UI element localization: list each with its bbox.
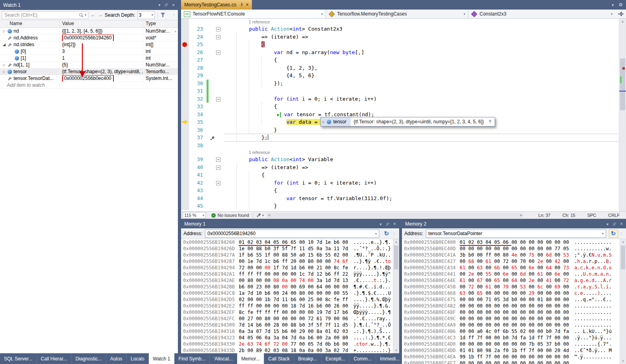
tab-pin-icon[interactable] xyxy=(239,3,243,7)
code-line[interactable]: 23 public Action<int> Constant2x3 xyxy=(181,25,626,33)
watch-titlebar[interactable]: Watch 1 ▾ × xyxy=(0,0,178,10)
scrollbar-left-icon[interactable]: ◀ xyxy=(268,214,270,217)
tool-window-tab[interactable]: 'Allocat... xyxy=(210,353,237,364)
memory-row[interactable]: 0x000002556B1942A1ff ff ff 00 00 00 00 1… xyxy=(181,271,399,277)
breakpoint-gutter[interactable] xyxy=(181,64,189,72)
memory-row[interactable]: 0x000002556B1942FC00 27 00 80 00 00 00 0… xyxy=(181,315,399,322)
breakpoint-gutter[interactable] xyxy=(181,25,189,33)
memory-row[interactable]: 0x000002556B1942E2ff ff 00 00 00 00 18 7… xyxy=(181,303,399,309)
memory-row[interactable]: 0x000002556B0EC4B600 00 a0 4c 0f 6b 55 0… xyxy=(402,328,626,335)
watch-row[interactable]: ◢nd.strides{int[2]}int[] xyxy=(0,41,178,48)
document-tab[interactable]: MemoryTestingCases.cs × xyxy=(181,0,252,10)
watch-cell-value[interactable]: 1 xyxy=(60,55,143,61)
memory1-hex-view[interactable]: 0x000002556B19426001 02 03 04 05 06 65 0… xyxy=(181,239,399,353)
tool-window-tab[interactable]: SQL Server... xyxy=(0,353,37,364)
chevron-down-icon[interactable]: ▾ xyxy=(602,232,604,236)
code-line[interactable]: 37 }; xyxy=(181,134,626,142)
memory-row[interactable]: 0x000002556B1942AE00 80 00 00 08 0a 00 7… xyxy=(181,277,399,284)
watch-cell-value[interactable]: 0x000002556b0ec400 xyxy=(60,75,143,82)
collapse-toggle-icon[interactable] xyxy=(216,35,220,39)
scrollbar-down-icon[interactable]: ▼ xyxy=(620,360,626,363)
chevron-down-icon[interactable]: ▾ xyxy=(262,214,264,217)
memory2-hex-view[interactable]: 0x000002556B0EC40001 02 03 04 05 06 00 0… xyxy=(402,239,626,364)
toolbar-overflow-icon[interactable]: ‥ xyxy=(172,14,177,16)
code-line[interactable]: 40 => (iterate) => xyxy=(181,164,626,171)
editor-vertical-scrollbar[interactable]: ▲ xyxy=(619,19,626,211)
code-line[interactable]: 44 var tensor = tf.Variable(3112.0f); xyxy=(181,195,626,202)
breakpoint-gutter[interactable] xyxy=(181,49,189,56)
datatip-variable[interactable]: ▷ tensor xyxy=(321,117,351,126)
watch-row[interactable]: ▷nd{[[1, 2, 3], [4, 5, 6]]}NumShar... xyxy=(0,28,178,35)
breakpoint-gutter[interactable] xyxy=(181,179,189,187)
memory-row[interactable]: 0x000002556B0EC40D00 00 00 00 00 00 00 0… xyxy=(402,245,626,252)
breakpoint-gutter[interactable] xyxy=(181,171,189,179)
code-line[interactable]: 30 }); xyxy=(181,80,626,88)
pin-icon[interactable] xyxy=(385,222,390,226)
code-line[interactable]: 31 xyxy=(181,87,626,95)
memory-row[interactable]: 0x000002556B0EC45B00 72 00 61 00 79 00 5… xyxy=(402,284,626,290)
code-editor[interactable]: 1 reference23 public Action<int> Constan… xyxy=(181,19,626,211)
memory-row[interactable]: 0x000002556B0EC43461 00 63 00 6b 00 65 0… xyxy=(402,265,626,271)
gear-icon[interactable]: ⚙ xyxy=(618,2,623,8)
memory-row[interactable]: 0x000002556B0EC4DD01 01 80 98 2a f0 1b f… xyxy=(402,347,626,354)
memory1-scrollbar[interactable]: ▲ ▼ xyxy=(393,239,399,353)
expander-icon[interactable]: ▷ xyxy=(2,29,7,33)
memory-row[interactable]: 0x000002556B0EC4F700 00 00 00 00 00 00 0… xyxy=(402,360,626,364)
datatip[interactable]: ▷ tensor {tf.Tensor: shape=(2, 3), dtype… xyxy=(320,117,495,127)
tool-window-tab[interactable]: Memor... xyxy=(237,353,264,364)
code-text[interactable]: var tensor = tf.Variable(3112.0f); xyxy=(224,195,626,202)
watch-row[interactable]: ▷nd[1, 1]{5}NumShar... xyxy=(0,62,178,68)
pin-icon[interactable] xyxy=(164,3,168,7)
code-text[interactable]: for (int i = 0; i < iterate; i++) xyxy=(224,179,626,187)
memory-row[interactable]: 0x000002556B0EC44100 2e 00 55 00 6e 00 6… xyxy=(402,271,626,277)
code-text[interactable]: { xyxy=(224,41,626,49)
code-text[interactable]: { xyxy=(224,103,626,111)
scrollbar-down-icon[interactable]: ▼ xyxy=(393,349,399,352)
code-text[interactable]: => (iterate) => xyxy=(224,164,626,171)
breakpoint-gutter[interactable] xyxy=(181,156,189,164)
code-text[interactable]: => (iterate) => xyxy=(224,33,626,41)
scrollbar-up-icon[interactable]: ▲ xyxy=(393,240,399,243)
memory2-address-input[interactable]: tensor.TensorDataPointer ▾ xyxy=(426,230,606,238)
tool-window-tab[interactable]: Call Stack xyxy=(264,353,294,364)
search-options-chevron-icon[interactable]: ▾ xyxy=(85,13,86,17)
breakpoint-gutter[interactable] xyxy=(181,142,189,150)
memory-row[interactable]: 0x000002556B19427A1f b6 55 1f 00 88 50 a… xyxy=(181,252,399,258)
tab-close-icon[interactable]: × xyxy=(246,2,249,8)
breakpoint-gutter[interactable] xyxy=(181,95,189,103)
pin-icon[interactable] xyxy=(612,222,616,226)
breakpoint-gutter[interactable] xyxy=(181,33,189,41)
memory-row[interactable]: 0x000002556B1943160a 3a 07 7d 15 b6 00 2… xyxy=(181,328,399,335)
breakpoint-gutter[interactable] xyxy=(181,118,189,126)
breakpoint-gutter[interactable] xyxy=(181,187,189,195)
breakpoint-gutter[interactable] xyxy=(181,126,189,134)
code-line[interactable]: 39 public Action<int> Variable xyxy=(181,156,626,164)
code-line[interactable]: 43 { xyxy=(181,187,626,195)
expander-icon[interactable]: ▷ xyxy=(322,120,325,124)
tool-window-tab[interactable]: Excepti... xyxy=(322,353,349,364)
code-text[interactable]: { xyxy=(224,171,626,179)
watch-row[interactable]: [0]3int xyxy=(0,48,178,55)
memory-row[interactable]: 0x000002556B0EC48F00 00 00 00 00 00 00 0… xyxy=(402,309,626,315)
memory-row[interactable]: 0x000002556B0EC40001 02 03 04 05 06 00 0… xyxy=(402,239,626,245)
memory-row[interactable]: 0x000002556B1942EF8c fe ff ff ff 00 00 0… xyxy=(181,309,399,315)
codelens-text[interactable]: 1 reference xyxy=(224,149,626,156)
memory-row[interactable]: 0x000002556B19428700 1e 7d 1c b6 ff 20 0… xyxy=(181,258,399,265)
scrollbar-thumb[interactable] xyxy=(394,245,398,269)
memory-row[interactable]: 0x000002556B1942D502 00 00 1b 7d 11 b6 0… xyxy=(181,296,399,303)
search-box[interactable]: ▾ xyxy=(2,11,88,19)
memory-row[interactable]: 0x000002556B0EC49C00 00 00 00 00 00 00 0… xyxy=(402,315,626,322)
watch-cell-value[interactable]: {int[2]} xyxy=(60,41,143,48)
code-text[interactable]: } xyxy=(224,126,626,134)
memory-row[interactable]: 0x000002556B19432304 05 06 0a 3a 04 7d 0… xyxy=(181,335,399,341)
search-input[interactable] xyxy=(4,12,78,18)
watch-row[interactable]: ▷tensor{tf.Tensor: shape=(2, 3), dtype=u… xyxy=(0,68,178,75)
memory-row[interactable]: 0x000002556B1943302e 63 74 6f 72 00 77 0… xyxy=(181,341,399,347)
memory2-scrollbar[interactable]: ▲ ▼ xyxy=(620,239,626,364)
memory-row[interactable]: 0x000002556B0EC47500 00 00 71 05 3d b0 0… xyxy=(402,296,626,303)
toolbar-overflow-icon[interactable]: ‥ xyxy=(393,232,398,235)
tool-window-tab[interactable]: Find Symb... xyxy=(175,353,210,364)
breakpoint-gutter[interactable] xyxy=(181,56,189,64)
code-line[interactable]: 29 {4, 5, 6} xyxy=(181,72,626,80)
watch-cell-value[interactable] xyxy=(60,82,143,88)
